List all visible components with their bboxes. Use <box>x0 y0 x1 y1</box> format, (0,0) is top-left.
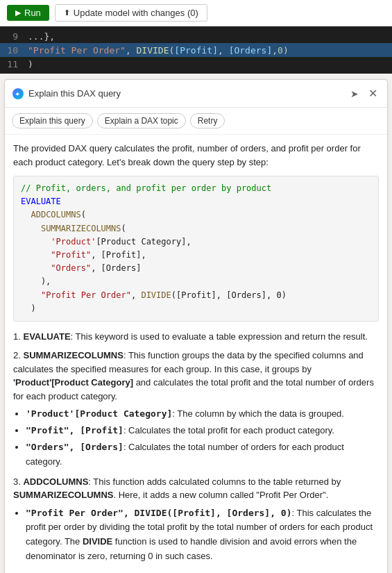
ai-panel: ✦ Explain this DAX query ➤ ✕ Explain thi… <box>4 79 388 573</box>
section-addcolumns: 3. ADDCOLUMNS: This function adds calcul… <box>13 475 379 564</box>
ai-header: ✦ Explain this DAX query ➤ ✕ <box>5 80 387 108</box>
line-number-9: 9 <box>0 31 25 42</box>
send-button[interactable]: ➤ <box>348 87 361 101</box>
run-label: Run <box>24 8 41 18</box>
code-content-9: ...}, <box>25 31 392 42</box>
addcolumns-keyword: ADDCOLUMNS <box>23 476 88 487</box>
update-label: Update model with changes (0) <box>74 8 198 18</box>
summary-intro: In summary, this DAX query returns a tab… <box>13 570 379 573</box>
code-line-9: 9 ...}, <box>0 29 392 43</box>
product-category-ref: 'Product'[Product Category] <box>13 377 133 388</box>
ai-content: The provided DAX query calculates the pr… <box>5 135 387 573</box>
upload-icon: ⬆ <box>64 8 70 17</box>
bullet-orders: "Orders", [Orders]: Calculates the total… <box>26 440 379 470</box>
code-editor: 9 ...}, 10 "Profit Per Order", DIVIDE([P… <box>0 26 392 74</box>
line-number-11: 11 <box>0 59 25 69</box>
run-button[interactable]: ▶ Run <box>7 5 49 21</box>
divide-ref: DIVIDE <box>83 536 112 547</box>
bullet-profit: "Profit", [Profit]: Calculates the total… <box>26 424 379 438</box>
code-line-11: 11 ) <box>0 57 392 71</box>
action-buttons-row: Explain this query Explain a DAX topic R… <box>5 108 387 135</box>
toolbar: ▶ Run ⬆ Update model with changes (0) <box>0 0 392 26</box>
copilot-icon: ✦ <box>12 88 24 100</box>
code-block: // Profit, orders, and profit per order … <box>13 176 379 322</box>
ai-panel-title: Explain this DAX query <box>28 88 343 99</box>
bullet-profit-per-order: "Profit Per Order", DIVIDE([Profit], [Or… <box>26 506 379 564</box>
section-evaluate: 1. EVALUATE: This keyword is used to eva… <box>13 330 379 344</box>
update-model-button[interactable]: ⬆ Update model with changes (0) <box>55 4 207 22</box>
bullet-product-category: 'Product'[Product Category]: The column … <box>26 407 379 422</box>
code-content-11: ) <box>25 59 392 69</box>
close-button[interactable]: ✕ <box>366 85 380 101</box>
section-summarizecolumns: 2. SUMMARIZECOLUMNS: This function group… <box>13 349 379 469</box>
addcolumns-bullets: "Profit Per Order", DIVIDE([Profit], [Or… <box>26 506 379 564</box>
summarizecolumns-ref: SUMMARIZECOLUMNS <box>13 490 113 500</box>
summarizecolumns-keyword: SUMMARIZECOLUMNS <box>23 350 123 360</box>
retry-button[interactable]: Retry <box>190 113 225 128</box>
code-line-10: 10 "Profit Per Order", DIVIDE([Profit], … <box>0 43 392 57</box>
svg-text:✦: ✦ <box>15 90 20 98</box>
explain-dax-topic-button[interactable]: Explain a DAX topic <box>97 113 186 128</box>
code-content-10: "Profit Per Order", DIVIDE([Profit], [Or… <box>25 45 392 56</box>
evaluate-keyword: EVALUATE <box>23 331 70 342</box>
intro-text: The provided DAX query calculates the pr… <box>13 142 379 169</box>
play-icon: ▶ <box>15 8 21 17</box>
line-number-10: 10 <box>0 45 25 56</box>
summarizecolumns-bullets: 'Product'[Product Category]: The column … <box>26 407 379 469</box>
explain-query-button[interactable]: Explain this query <box>12 113 93 128</box>
